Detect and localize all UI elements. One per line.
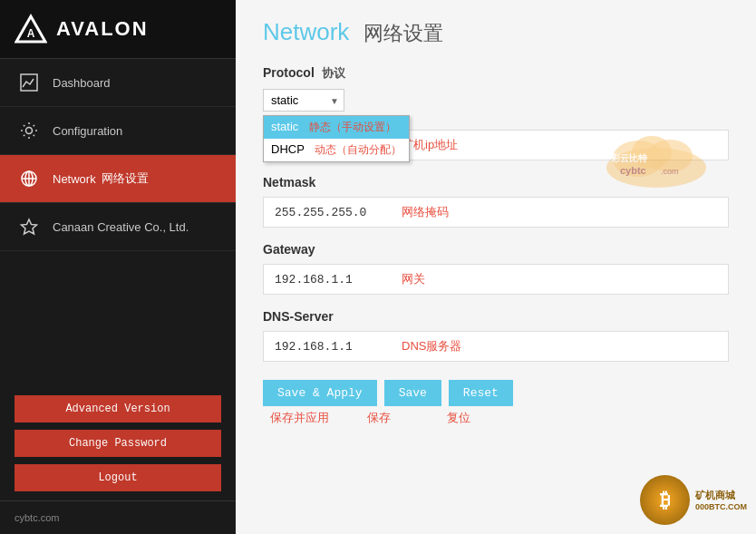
advanced-version-button[interactable]: Advanced Version bbox=[15, 395, 221, 422]
option-dhcp-desc: 动态（自动分配） bbox=[315, 143, 402, 156]
gateway-section: Gateway 192.168.1.1 网关 bbox=[263, 242, 729, 295]
sidebar-item-network-label-en: Network bbox=[53, 172, 96, 186]
protocol-select[interactable]: static DHCP bbox=[263, 89, 344, 112]
protocol-section: Protocol 协议 static DHCP ▼ static 静态（手动设置… bbox=[263, 65, 729, 115]
nav-items: Dashboard Configuration Ne bbox=[0, 59, 236, 386]
dns-value: 192.168.1.1 bbox=[264, 334, 391, 360]
protocol-label: Protocol 协议 bbox=[263, 65, 729, 82]
mining-logo: ₿ 矿机商城 000BTC.COM bbox=[640, 475, 747, 525]
save-apply-label-cn: 保存并应用 bbox=[263, 410, 335, 426]
protocol-option-dhcp[interactable]: DHCP 动态（自动分配） bbox=[264, 139, 409, 161]
mining-logo-circle: ₿ bbox=[640, 475, 690, 525]
sidebar-item-canaan[interactable]: Canaan Creative Co., Ltd. bbox=[0, 203, 236, 251]
save-label-cn: 保存 bbox=[343, 410, 415, 426]
gateway-desc: 网关 bbox=[391, 265, 728, 294]
gateway-label-en: Gateway bbox=[263, 242, 315, 257]
page-title-en: Network bbox=[263, 18, 349, 45]
netmask-section: Netmask 255.255.255.0 网络掩码 bbox=[263, 175, 729, 228]
sidebar-item-canaan-label: Canaan Creative Co., Ltd. bbox=[53, 220, 189, 234]
sidebar-item-configuration[interactable]: Configuration bbox=[0, 107, 236, 155]
reset-button[interactable]: Reset bbox=[449, 380, 513, 406]
reset-label-cn: 复位 bbox=[422, 410, 495, 426]
logo-area: A AVALON bbox=[0, 0, 236, 59]
star-icon bbox=[18, 216, 40, 238]
sidebar-item-network-label-cn: 网络设置 bbox=[102, 170, 149, 187]
protocol-option-static[interactable]: static 静态（手动设置） bbox=[264, 116, 409, 139]
dns-desc: DNS服务器 bbox=[391, 332, 728, 361]
netmask-label: Netmask bbox=[263, 175, 729, 189]
protocol-dropdown-popup: static 静态（手动设置） DHCP 动态（自动分配） bbox=[263, 115, 410, 162]
dns-section: DNS-Server 192.168.1.1 DNS服务器 bbox=[263, 309, 729, 362]
change-password-button[interactable]: Change Password bbox=[15, 430, 221, 457]
gateway-input-row: 192.168.1.1 网关 bbox=[263, 264, 729, 295]
sidebar: A AVALON Dashboard Configuratio bbox=[0, 0, 236, 534]
main-content: Network 网络设置 Protocol 协议 static DHCP ▼ s… bbox=[236, 0, 756, 534]
protocol-label-cn: 协议 bbox=[322, 66, 345, 80]
svg-rect-2 bbox=[21, 74, 37, 91]
sidebar-item-dashboard[interactable]: Dashboard bbox=[0, 59, 236, 107]
sidebar-footer: cybtc.com bbox=[0, 500, 236, 534]
svg-text:A: A bbox=[27, 27, 35, 40]
svg-point-3 bbox=[26, 128, 33, 134]
save-button[interactable]: Save bbox=[384, 380, 441, 406]
action-buttons: Save & Apply Save Reset bbox=[263, 380, 729, 406]
logo-icon: A bbox=[15, 13, 47, 45]
gear-icon bbox=[18, 120, 40, 141]
save-apply-button[interactable]: Save & Apply bbox=[263, 380, 377, 406]
option-dhcp-label: DHCP bbox=[271, 142, 305, 156]
dns-label: DNS-Server bbox=[263, 309, 729, 324]
mining-logo-icon: ₿ bbox=[660, 489, 670, 512]
gateway-value: 192.168.1.1 bbox=[264, 267, 391, 293]
logout-button[interactable]: Logout bbox=[15, 464, 221, 491]
protocol-dropdown-wrapper: static DHCP ▼ static 静态（手动设置） DHCP 动态（自动… bbox=[263, 89, 344, 115]
sidebar-item-network[interactable]: Network 网络设置 bbox=[0, 155, 236, 203]
option-static-label: static bbox=[271, 120, 298, 133]
page-title: Network 网络设置 bbox=[263, 18, 729, 47]
logo-text: AVALON bbox=[56, 17, 149, 41]
page-title-cn: 网络设置 bbox=[363, 22, 443, 44]
netmask-desc: 网络掩码 bbox=[391, 198, 728, 227]
option-static-desc: 静态（手动设置） bbox=[309, 121, 396, 133]
footer-text: cybtc.com bbox=[15, 512, 60, 523]
mining-logo-text: 矿机商城 000BTC.COM bbox=[695, 489, 747, 511]
button-labels: 保存并应用 保存 复位 bbox=[263, 410, 729, 426]
protocol-select-wrapper[interactable]: static DHCP ▼ bbox=[263, 89, 344, 112]
ip-desc: 矿机ip地址 bbox=[391, 131, 728, 160]
sidebar-buttons: Advanced Version Change Password Logout bbox=[0, 386, 236, 500]
dns-input-row: 192.168.1.1 DNS服务器 bbox=[263, 331, 729, 362]
netmask-value: 255.255.255.0 bbox=[264, 199, 391, 226]
sidebar-item-configuration-label: Configuration bbox=[53, 124, 122, 138]
globe-icon bbox=[18, 168, 40, 189]
netmask-label-en: Netmask bbox=[263, 175, 315, 189]
dns-label-en: DNS-Server bbox=[263, 309, 334, 324]
gateway-label: Gateway bbox=[263, 242, 729, 257]
svg-marker-8 bbox=[22, 219, 37, 234]
protocol-label-en: Protocol bbox=[263, 65, 315, 80]
chart-icon bbox=[18, 72, 40, 93]
sidebar-item-dashboard-label: Dashboard bbox=[53, 76, 111, 90]
netmask-input-row: 255.255.255.0 网络掩码 bbox=[263, 197, 729, 228]
